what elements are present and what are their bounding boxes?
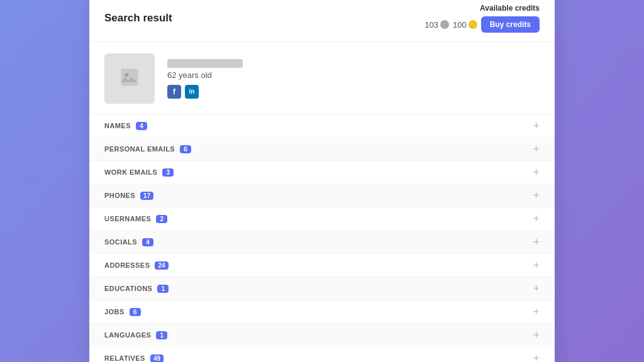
expand-icon[interactable]: + bbox=[533, 306, 540, 317]
row-label: JOBS bbox=[104, 308, 125, 315]
data-row[interactable]: WORK EMAILS 3 + bbox=[89, 161, 555, 184]
row-label: NAMES bbox=[104, 122, 131, 129]
row-badge: 6 bbox=[130, 308, 141, 316]
data-row[interactable]: NAMES 4 + bbox=[89, 114, 555, 138]
gray-credits: 103 bbox=[425, 20, 449, 30]
row-label: LANGUAGES bbox=[104, 331, 151, 339]
data-row[interactable]: PERSONAL EMAILS 6 + bbox=[89, 138, 555, 161]
expand-icon[interactable]: + bbox=[533, 190, 540, 201]
gold-credits: 100 bbox=[453, 20, 477, 30]
row-badge: 2 bbox=[156, 215, 167, 223]
data-rows-section: NAMES 4 + PERSONAL EMAILS 6 + WORK EMAIL… bbox=[89, 114, 555, 362]
card-header: Search result Available credits 103 100 … bbox=[89, 0, 555, 42]
row-label: WORK EMAILS bbox=[104, 168, 157, 176]
row-left: PERSONAL EMAILS 6 bbox=[104, 145, 191, 153]
linkedin-icon[interactable]: in bbox=[185, 85, 199, 99]
row-left: ADDRESSES 24 bbox=[104, 261, 169, 270]
row-badge: 4 bbox=[136, 122, 147, 130]
svg-point-1 bbox=[125, 73, 129, 77]
row-badge: 49 bbox=[150, 354, 164, 363]
row-badge: 1 bbox=[156, 331, 167, 339]
row-badge: 24 bbox=[155, 261, 168, 270]
row-badge: 6 bbox=[180, 145, 191, 153]
data-row[interactable]: PHONES 17 + bbox=[89, 184, 555, 207]
row-badge: 1 bbox=[157, 285, 169, 293]
profile-info: 62 years old f in bbox=[167, 59, 243, 99]
row-left: EDUCATIONS 1 bbox=[104, 285, 169, 293]
expand-icon[interactable]: + bbox=[533, 167, 540, 178]
gray-coin-icon bbox=[440, 20, 449, 29]
credits-area: Available credits 103 100 Buy credits bbox=[425, 4, 540, 33]
data-row[interactable]: LANGUAGES 1 + bbox=[89, 324, 555, 347]
expand-icon[interactable]: + bbox=[533, 329, 540, 341]
page-title: Search result bbox=[104, 12, 172, 25]
expand-icon[interactable]: + bbox=[533, 283, 540, 294]
row-label: PERSONAL EMAILS bbox=[104, 145, 175, 153]
gold-credits-value: 100 bbox=[453, 20, 467, 30]
expand-icon[interactable]: + bbox=[533, 143, 540, 155]
facebook-icon[interactable]: f bbox=[167, 85, 181, 99]
row-label: RELATIVES bbox=[104, 354, 145, 362]
row-left: PHONES 17 bbox=[104, 192, 153, 200]
row-badge: 3 bbox=[162, 168, 174, 177]
row-left: LANGUAGES 1 bbox=[104, 331, 167, 339]
data-row[interactable]: EDUCATIONS 1 + bbox=[89, 277, 555, 300]
row-left: USERNAMES 2 bbox=[104, 215, 167, 223]
credits-label: Available credits bbox=[480, 4, 540, 13]
row-badge: 17 bbox=[140, 192, 153, 200]
svg-rect-0 bbox=[121, 69, 138, 86]
main-card: Search result Available credits 103 100 … bbox=[89, 0, 555, 362]
expand-icon[interactable]: + bbox=[533, 353, 540, 362]
data-row[interactable]: SOCIALS 4 + bbox=[89, 231, 555, 254]
row-label: SOCIALS bbox=[104, 238, 137, 246]
row-left: SOCIALS 4 bbox=[104, 238, 153, 246]
row-label: USERNAMES bbox=[104, 215, 151, 222]
expand-icon[interactable]: + bbox=[533, 213, 540, 224]
data-row[interactable]: USERNAMES 2 + bbox=[89, 207, 555, 231]
credits-bottom-row: 103 100 Buy credits bbox=[425, 16, 540, 33]
gold-coin-icon bbox=[469, 20, 477, 29]
data-row[interactable]: ADDRESSES 24 + bbox=[89, 254, 555, 277]
profile-photo bbox=[104, 53, 155, 104]
row-left: RELATIVES 49 bbox=[104, 354, 164, 363]
row-left: WORK EMAILS 3 bbox=[104, 168, 174, 177]
gray-credits-value: 103 bbox=[425, 20, 438, 30]
row-label: ADDRESSES bbox=[104, 261, 150, 269]
row-badge: 4 bbox=[142, 238, 153, 246]
expand-icon[interactable]: + bbox=[533, 120, 540, 131]
expand-icon[interactable]: + bbox=[533, 260, 540, 271]
social-icons-row: f in bbox=[167, 85, 243, 99]
row-label: EDUCATIONS bbox=[104, 285, 152, 292]
buy-credits-button[interactable]: Buy credits bbox=[481, 16, 540, 33]
expand-icon[interactable]: + bbox=[533, 236, 540, 248]
row-left: JOBS 6 bbox=[104, 308, 141, 316]
data-row[interactable]: JOBS 6 + bbox=[89, 300, 555, 324]
photo-placeholder-icon bbox=[118, 66, 141, 91]
profile-section: 62 years old f in bbox=[89, 42, 555, 114]
profile-name-redacted bbox=[167, 59, 243, 68]
profile-age: 62 years old bbox=[167, 70, 243, 80]
data-row[interactable]: RELATIVES 49 + bbox=[89, 347, 555, 362]
row-left: NAMES 4 bbox=[104, 122, 147, 130]
row-label: PHONES bbox=[104, 192, 135, 199]
